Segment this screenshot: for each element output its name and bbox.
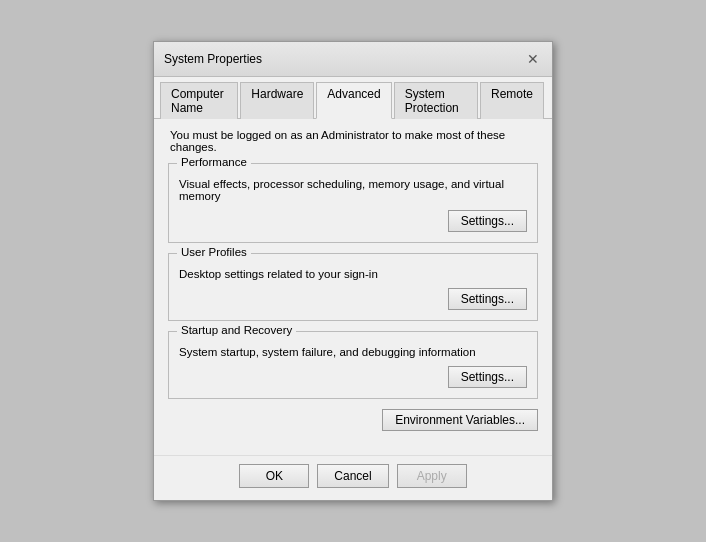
env-variables-button[interactable]: Environment Variables...	[382, 409, 538, 431]
title-bar: System Properties ✕	[154, 42, 552, 77]
footer-buttons: OK Cancel Apply	[154, 455, 552, 500]
tab-bar: Computer Name Hardware Advanced System P…	[154, 77, 552, 119]
tab-hardware[interactable]: Hardware	[240, 82, 314, 119]
startup-recovery-description: System startup, system failure, and debu…	[179, 346, 527, 358]
startup-recovery-footer: Settings...	[179, 366, 527, 388]
tab-system-protection[interactable]: System Protection	[394, 82, 478, 119]
performance-footer: Settings...	[179, 210, 527, 232]
user-profiles-description: Desktop settings related to your sign-in	[179, 268, 527, 280]
tab-computer-name[interactable]: Computer Name	[160, 82, 238, 119]
user-profiles-group: User Profiles Desktop settings related t…	[168, 253, 538, 321]
env-variables-row: Environment Variables...	[168, 409, 538, 431]
tab-remote[interactable]: Remote	[480, 82, 544, 119]
performance-settings-button[interactable]: Settings...	[448, 210, 527, 232]
tab-advanced[interactable]: Advanced	[316, 82, 391, 119]
startup-recovery-group: Startup and Recovery System startup, sys…	[168, 331, 538, 399]
user-profiles-settings-button[interactable]: Settings...	[448, 288, 527, 310]
close-button[interactable]: ✕	[524, 50, 542, 68]
window-title: System Properties	[164, 52, 262, 66]
performance-description: Visual effects, processor scheduling, me…	[179, 178, 527, 202]
main-content: You must be logged on as an Administrato…	[154, 119, 552, 455]
performance-label: Performance	[177, 156, 251, 168]
admin-note: You must be logged on as an Administrato…	[168, 129, 538, 153]
system-properties-window: System Properties ✕ Computer Name Hardwa…	[153, 41, 553, 501]
startup-recovery-label: Startup and Recovery	[177, 324, 296, 336]
ok-button[interactable]: OK	[239, 464, 309, 488]
performance-group: Performance Visual effects, processor sc…	[168, 163, 538, 243]
cancel-button[interactable]: Cancel	[317, 464, 388, 488]
user-profiles-footer: Settings...	[179, 288, 527, 310]
apply-button[interactable]: Apply	[397, 464, 467, 488]
title-bar-controls: ✕	[524, 50, 542, 68]
startup-recovery-settings-button[interactable]: Settings...	[448, 366, 527, 388]
user-profiles-label: User Profiles	[177, 246, 251, 258]
